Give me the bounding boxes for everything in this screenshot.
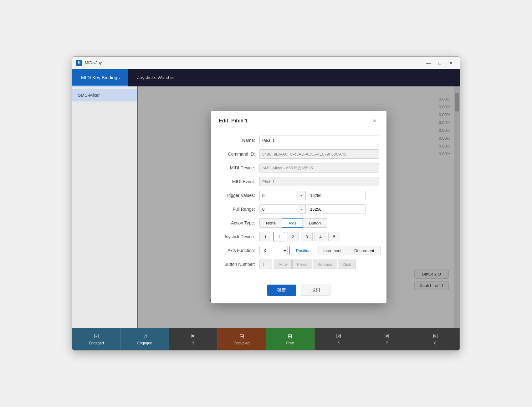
button-number-label: Button Number:: [219, 262, 259, 267]
axis-function-row: Axis Function: X Y Z Position Increment: [219, 246, 379, 255]
status-item-8[interactable]: ☒ 8: [411, 328, 460, 350]
full-range-min-input[interactable]: [259, 204, 297, 214]
sidebar-item-label: SMC-Mixer: [78, 93, 100, 98]
name-label: Name:: [219, 138, 259, 143]
trigger-values-row: Trigger Values: ▾: [219, 191, 379, 200]
action-type-none[interactable]: None: [259, 218, 282, 228]
btn-fn-click[interactable]: Click: [338, 260, 356, 269]
modal-overlay: Edit: Pitch 1 × Name: Command ID:: [138, 86, 460, 328]
tab-joysticks-watcher-label: Joysticks Watcher: [137, 75, 175, 80]
joystick-first-btn[interactable]: 1: [259, 232, 271, 241]
name-input[interactable]: [259, 136, 379, 145]
full-range-dropdown-icon[interactable]: ▾: [297, 204, 306, 214]
joystick-btn-4[interactable]: 4: [315, 232, 326, 241]
app-title: MIDIvJoy: [85, 60, 102, 65]
axis-fn-position[interactable]: Position: [289, 246, 317, 255]
status-item-2[interactable]: ☑ Engaged: [121, 328, 169, 350]
minimize-button[interactable]: —: [423, 59, 433, 67]
modal-header: Edit: Pitch 1 ×: [211, 111, 386, 129]
full-range-inputs: ▾: [259, 204, 366, 214]
title-bar-left: M MIDIvJoy: [76, 60, 102, 66]
button-number-row: Button Number: Auto Press Release Click: [219, 260, 379, 269]
tab-joysticks-watcher[interactable]: Joysticks Watcher: [128, 69, 183, 86]
axis-fn-decrement[interactable]: Decrement: [348, 246, 381, 255]
main-window: M MIDIvJoy — □ ✕ MIDI Key Bindings Joyst…: [72, 56, 460, 351]
full-range-max-input[interactable]: [308, 204, 366, 214]
title-bar-controls: — □ ✕: [423, 59, 456, 67]
midi-event-label: MIDI Event:: [219, 179, 259, 184]
btn-fn-auto[interactable]: Auto: [274, 260, 292, 269]
midi-event-row: MIDI Event:: [219, 177, 379, 186]
modal-edit-pitch: Edit: Pitch 1 × Name: Command ID:: [211, 111, 386, 303]
nav-tabs: MIDI Key Bindings Joysticks Watcher: [72, 69, 460, 86]
joystick-device-controls: 1 1 2 3 4 5: [259, 232, 340, 241]
confirm-button[interactable]: 确定: [267, 285, 296, 296]
joystick-btn-1[interactable]: 1: [273, 232, 285, 241]
button-number-input: [259, 260, 272, 269]
modal-close-button[interactable]: ×: [370, 116, 379, 125]
status-item-1[interactable]: ☑ Engaged: [72, 328, 121, 350]
full-range-label: Full Range:: [219, 207, 259, 212]
midi-device-label: MIDI Device:: [219, 165, 259, 170]
cancel-button[interactable]: 取消: [301, 285, 330, 296]
maximize-button[interactable]: □: [435, 59, 445, 67]
status-label-4: Occupied: [234, 341, 250, 345]
modal-body: Name: Command ID: MIDI Device:: [211, 129, 386, 280]
midi-device-input: [259, 163, 379, 173]
tab-midi-key-bindings-label: MIDI Key Bindings: [81, 75, 120, 80]
modal-footer: 确定 取消: [211, 280, 386, 303]
axis-function-label: Axis Function:: [219, 248, 259, 253]
action-type-label: Action Type:: [219, 220, 259, 225]
main-area: SMC-Mixer 0.00% 0.00% 0.00% 0.00% 0.00% …: [72, 86, 460, 328]
action-type-axis[interactable]: Axis: [282, 218, 303, 228]
joystick-btn-5[interactable]: 5: [328, 232, 340, 241]
btn-fn-press[interactable]: Press: [292, 260, 312, 269]
joystick-btn-group: 1 2 3 4 5: [273, 232, 340, 241]
close-button[interactable]: ✕: [446, 59, 456, 67]
axis-select[interactable]: X Y Z: [259, 246, 288, 255]
status-icon-8: ☒: [433, 333, 438, 340]
status-icon-4: ⊟: [239, 333, 244, 340]
status-icon-2: ☑: [142, 333, 147, 340]
sidebar: SMC-Mixer: [72, 86, 138, 328]
full-range-row: Full Range: ▾: [219, 204, 379, 214]
status-icon-3: ☒: [191, 333, 196, 340]
tab-midi-key-bindings[interactable]: MIDI Key Bindings: [72, 69, 128, 86]
status-icon-5: ⊞: [288, 333, 292, 340]
trigger-values-inputs: ▾: [259, 191, 366, 200]
app-icon: M: [76, 60, 82, 66]
command-id-label: Command ID:: [219, 152, 259, 157]
button-number-controls: Auto Press Release Click: [259, 260, 356, 269]
status-icon-1: ☑: [94, 333, 99, 340]
title-bar: M MIDIvJoy — □ ✕: [72, 57, 460, 69]
command-id-input: [259, 149, 379, 159]
status-label-3: 3: [192, 341, 194, 345]
trigger-min-input[interactable]: [259, 191, 297, 200]
status-item-5[interactable]: ⊞ Free: [266, 328, 315, 350]
axis-fn-group: Position Increment Decrement: [289, 246, 381, 255]
axis-function-controls: X Y Z Position Increment Decrement: [259, 246, 381, 255]
status-label-8: 8: [434, 341, 437, 345]
status-label-5: Free: [286, 341, 294, 345]
trigger-max-input[interactable]: [308, 191, 366, 200]
axis-fn-increment[interactable]: Increment: [317, 246, 348, 255]
joystick-btn-3[interactable]: 3: [301, 232, 313, 241]
modal-title: Edit: Pitch 1: [219, 118, 248, 124]
sidebar-item-smc-mixer[interactable]: SMC-Mixer: [72, 89, 137, 101]
trigger-values-label: Trigger Values:: [219, 193, 259, 198]
midi-device-row: MIDI Device:: [219, 163, 379, 173]
status-item-4[interactable]: ⊟ Occupied: [217, 328, 266, 350]
content-area: 0.00% 0.00% 0.00% 0.00% 0.00% 0.00% 0.00…: [138, 86, 460, 328]
trigger-dropdown-icon[interactable]: ▾: [297, 191, 306, 200]
status-item-6[interactable]: ☒ 6: [315, 328, 363, 350]
status-icon-7: ☒: [384, 333, 389, 340]
status-item-7[interactable]: ☒ 7: [363, 328, 412, 350]
command-id-row: Command ID:: [219, 149, 379, 159]
joystick-btn-2[interactable]: 2: [287, 232, 299, 241]
midi-event-input: [259, 177, 379, 186]
btn-fn-release[interactable]: Release: [313, 260, 337, 269]
status-item-3[interactable]: ☒ 3: [169, 328, 218, 350]
status-bar: ☑ Engaged ☑ Engaged ☒ 3 ⊟ Occupied ⊞ Fre…: [72, 328, 460, 350]
status-label-6: 6: [337, 341, 340, 345]
action-type-button[interactable]: Button: [303, 218, 328, 228]
